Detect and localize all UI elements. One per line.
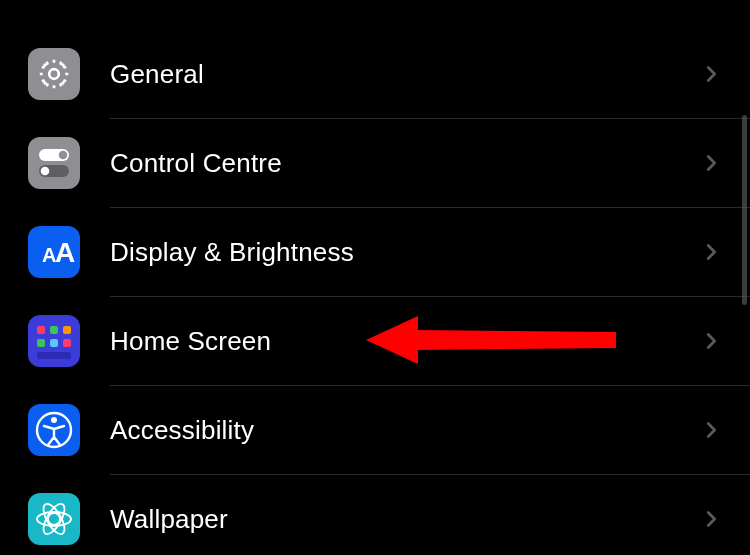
settings-row-label: Home Screen: [110, 326, 700, 357]
svg-point-16: [48, 513, 60, 525]
settings-row-control-centre[interactable]: Control Centre: [0, 119, 750, 207]
svg-rect-8: [50, 326, 58, 334]
toggles-icon: [28, 137, 80, 189]
svg-rect-11: [50, 339, 58, 347]
chevron-right-icon: [700, 152, 722, 174]
settings-row-accessibility[interactable]: Accessibility: [0, 386, 750, 474]
svg-rect-12: [63, 339, 71, 347]
settings-row-label: General: [110, 59, 700, 90]
svg-point-15: [51, 417, 57, 423]
settings-row-general[interactable]: General: [0, 30, 750, 118]
wallpaper-icon: [28, 493, 80, 545]
settings-row-label: Control Centre: [110, 148, 700, 179]
text-size-icon: A A: [28, 226, 80, 278]
settings-row-wallpaper[interactable]: Wallpaper: [0, 475, 750, 555]
svg-text:A: A: [55, 237, 75, 268]
svg-rect-13: [37, 352, 71, 359]
settings-row-label: Display & Brightness: [110, 237, 700, 268]
chevron-right-icon: [700, 241, 722, 263]
gear-icon: [28, 48, 80, 100]
accessibility-icon: [28, 404, 80, 456]
settings-list: General Control Centre A A Display & Bri…: [0, 0, 750, 555]
svg-point-0: [49, 69, 59, 79]
svg-point-17: [37, 512, 71, 526]
settings-row-home-screen[interactable]: Home Screen: [0, 297, 750, 385]
home-screen-icon: [28, 315, 80, 367]
settings-row-display-brightness[interactable]: A A Display & Brightness: [0, 208, 750, 296]
settings-row-label: Accessibility: [110, 415, 700, 446]
svg-point-4: [41, 167, 50, 176]
chevron-right-icon: [700, 63, 722, 85]
svg-rect-10: [37, 339, 45, 347]
chevron-right-icon: [700, 508, 722, 530]
svg-point-2: [59, 151, 68, 160]
chevron-right-icon: [700, 330, 722, 352]
svg-rect-9: [63, 326, 71, 334]
settings-row-label: Wallpaper: [110, 504, 700, 535]
chevron-right-icon: [700, 419, 722, 441]
svg-rect-7: [37, 326, 45, 334]
scrollbar-thumb[interactable]: [742, 115, 747, 305]
